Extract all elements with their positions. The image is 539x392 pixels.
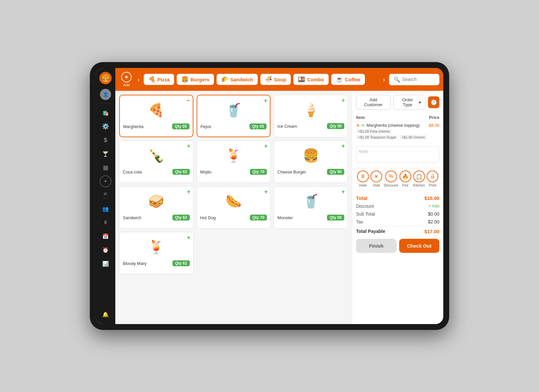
menu-card-bloodymary[interactable]: + 🍹 Bloody Mary Qty 62: [119, 232, 193, 274]
sidebar-dollar-icon[interactable]: $: [100, 134, 111, 146]
edit-item-button[interactable]: ✏: [361, 123, 365, 128]
note-box[interactable]: Note: [356, 146, 439, 162]
minus-button[interactable]: −: [187, 97, 190, 104]
plus-button-sandwich[interactable]: +: [187, 188, 190, 195]
monster-qty: Qty 50: [327, 215, 344, 220]
plus-button-cocacola[interactable]: +: [187, 143, 190, 150]
clock-icon: 🕐: [431, 99, 437, 106]
action-icons: ⏸ Hold ✕ Void % Discount 🔥: [356, 168, 439, 190]
menu-card-mojito[interactable]: + 🍹 Mojito Qty 70: [197, 140, 271, 183]
search-box: 🔍: [389, 74, 439, 85]
menu-card-icecream[interactable]: + 🍦 Ice Cream Qty 50: [274, 95, 348, 137]
plus-button-monster[interactable]: +: [341, 188, 345, 195]
sandwich-image: 🥪: [143, 190, 169, 213]
discount-label: Discount: [356, 204, 374, 209]
price-column-header: Price: [429, 114, 439, 122]
fire-action[interactable]: 🔥 Fire: [400, 171, 411, 187]
modifier-tag-3: +$1.00 Onions: [400, 135, 427, 139]
mojito-name: Mojito: [200, 170, 212, 174]
sidebar-bell-icon[interactable]: 🔔: [100, 308, 111, 320]
modifier-tag-1: +$1.00 Feta cheese: [356, 129, 392, 134]
sidebar-cocktail-icon[interactable]: 🍸: [100, 148, 111, 160]
plus-button-hotdog[interactable]: +: [264, 188, 268, 195]
checkout-button[interactable]: Check Out: [399, 239, 440, 253]
clock-button[interactable]: 🕐: [428, 96, 439, 108]
add-customer-button[interactable]: Add Customer: [356, 95, 391, 110]
tab-soup[interactable]: 🍜 Soup: [260, 74, 291, 85]
hotdog-qty: Qty 70: [250, 215, 267, 220]
cheeseburger-name: Cheese Burger: [277, 170, 306, 174]
plus-button-cheeseburger[interactable]: +: [341, 143, 345, 150]
sidebar-person-icon[interactable]: 👥: [100, 203, 111, 215]
total-label: Total: [356, 195, 368, 201]
plus-button-pepsi[interactable]: +: [264, 97, 268, 104]
tax-label: Tax: [356, 219, 363, 224]
order-item-row: ✕ ✏ Margherita (cheese topping) +$1.00 F…: [356, 122, 439, 141]
menu-card-sandwich[interactable]: + 🥪 Sandwich Qty 62: [119, 186, 193, 229]
modifier-tag-2: +$1.00 Teaspoon Sugar: [356, 135, 398, 139]
tab-burgers[interactable]: 🍔 Burgers: [177, 74, 214, 85]
subtotal-label: Sub Total: [356, 211, 375, 217]
sidebar-tablet-icon[interactable]: 📱: [100, 189, 111, 201]
menu-card-cocacola[interactable]: + 🍾 Coca cola Qty 62: [119, 140, 193, 183]
sandwich-qty: Qty 62: [172, 215, 190, 220]
menu-card-hotdog[interactable]: + 🌭 Hot Dog Qty 70: [197, 186, 271, 229]
print-icon: 🖨: [427, 171, 438, 182]
tab-sandwich[interactable]: 🌮 Sandwich: [217, 74, 258, 85]
mojito-image: 🍹: [220, 144, 247, 167]
discount-action[interactable]: % Discount: [384, 171, 398, 187]
item-column-header: Item: [356, 114, 429, 122]
menu-card-margherita[interactable]: − 🍕 Margherita Qty 05: [119, 95, 193, 137]
margherita-image: 🍕: [143, 99, 169, 122]
item-modifiers: +$1.00 Feta cheese +$1.00 Teaspoon Sugar…: [356, 129, 429, 139]
cocacola-image: 🍾: [143, 144, 169, 167]
sidebar-plus-icon[interactable]: +: [100, 175, 111, 187]
add-button[interactable]: + Add: [119, 72, 134, 87]
total-payable-label: Total Payable: [356, 229, 385, 234]
soup-icon: 🍜: [265, 76, 272, 83]
sidebar-bag-icon[interactable]: 🛍️: [100, 107, 111, 119]
user-avatar[interactable]: 👤: [100, 89, 111, 100]
plus-button-icecream[interactable]: +: [341, 97, 345, 104]
void-action[interactable]: ✕ Void: [370, 171, 382, 187]
search-icon: 🔍: [394, 76, 400, 83]
tab-coffee[interactable]: ☕ Coffee: [331, 74, 365, 85]
print-action[interactable]: 🖨 Print: [427, 171, 438, 187]
kitchen-action[interactable]: 📋 Kitchen: [413, 171, 425, 187]
hold-action[interactable]: ⏸ Hold: [357, 171, 369, 187]
plus-button-bloodymary[interactable]: +: [187, 234, 190, 241]
menu-card-monster[interactable]: + 🥤 Monster Qty 50: [274, 186, 348, 229]
discount-add-button[interactable]: + Add: [428, 204, 439, 209]
sandwich-name: Sandwich: [123, 215, 141, 220]
bottom-buttons: Finish Check Out: [356, 239, 439, 253]
nav-prev-button[interactable]: ‹: [136, 74, 141, 85]
total-value: $15.00: [424, 195, 439, 201]
plus-button-mojito[interactable]: +: [264, 143, 268, 150]
mojito-qty: Qty 70: [250, 169, 267, 175]
sidebar-clock-icon[interactable]: ⏰: [100, 244, 111, 256]
kitchen-icon: 📋: [413, 171, 425, 182]
hold-icon: ⏸: [357, 171, 369, 182]
sidebar-grid-icon[interactable]: ▦: [100, 162, 111, 173]
order-table: Item Price ✕ ✏ Margherita (chees: [356, 114, 439, 141]
main-content: + Add ‹ 🍕 Pizza 🍔 Burgers 🌮 Sandwi: [115, 68, 443, 324]
chevron-down-icon: ▾: [419, 100, 421, 105]
right-panel: Add Customer Order Type ▾ 🕐 Item: [352, 91, 443, 324]
sidebar-report-icon[interactable]: 📊: [100, 258, 111, 270]
sidebar-menu-icon[interactable]: ⚙️: [100, 121, 111, 132]
tab-combo[interactable]: 🍱 Combo: [293, 74, 329, 85]
menu-card-cheeseburger[interactable]: + 🍔 Cheese Burger Qty 50: [274, 140, 348, 183]
finish-button[interactable]: Finish: [356, 239, 397, 253]
cheeseburger-qty: Qty 50: [327, 169, 344, 175]
menu-card-pepsi[interactable]: + 🥤 Pepsi Qty 05: [197, 95, 271, 137]
nav-next-button[interactable]: ›: [382, 74, 386, 85]
sidebar-pause-icon[interactable]: ⏸: [100, 217, 111, 228]
order-type-button[interactable]: Order Type ▾: [393, 95, 426, 110]
remove-item-button[interactable]: ✕: [356, 123, 360, 128]
hotdog-image: 🌭: [220, 190, 247, 213]
search-input[interactable]: [402, 77, 435, 82]
cheeseburger-image: 🍔: [298, 144, 324, 167]
discount-icon: %: [385, 171, 397, 182]
tab-pizza[interactable]: 🍕 Pizza: [144, 74, 174, 85]
sidebar-calendar-icon[interactable]: 📅: [100, 230, 111, 242]
